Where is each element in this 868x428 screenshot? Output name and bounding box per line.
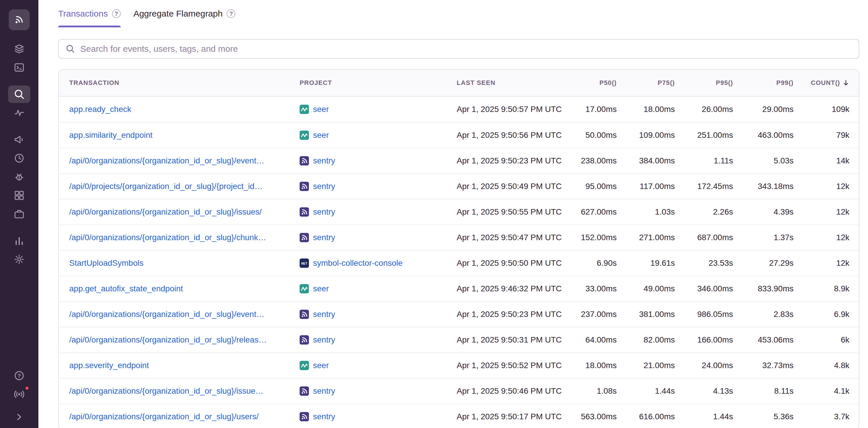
transaction-link[interactable]: /api/0/organizations/{organization_id_or…: [69, 207, 262, 217]
transaction-link[interactable]: /api/0/organizations/{organization_id_or…: [69, 310, 265, 319]
column-header-count[interactable]: COUNT(): [801, 79, 859, 87]
project-link[interactable]: seer: [313, 284, 329, 293]
p50-value: 6.90s: [565, 259, 624, 268]
search-bar[interactable]: [58, 39, 859, 59]
column-header-last-seen[interactable]: LAST SEEN: [457, 79, 565, 87]
table-row[interactable]: /api/0/projects/{organization_id_or_slug…: [59, 173, 859, 199]
project-link[interactable]: sentry: [313, 412, 335, 421]
count-value: 6k: [801, 335, 859, 344]
sidebar-item-alerts[interactable]: [8, 168, 30, 186]
table-row[interactable]: /api/0/organizations/{organization_id_or…: [59, 199, 859, 225]
transaction-link[interactable]: /api/0/organizations/{organization_id_or…: [69, 412, 258, 421]
sidebar-item-projects[interactable]: [8, 59, 30, 76]
count-value: 79k: [801, 131, 859, 140]
column-header-p99[interactable]: P99(): [740, 79, 801, 87]
table-row[interactable]: /api/0/organizations/{organization_id_or…: [59, 378, 859, 403]
tab-aggregate-flamegraph[interactable]: Aggregate Flamegraph ?: [133, 0, 236, 27]
project-link[interactable]: sentry: [313, 233, 335, 242]
p95-value: 4.13s: [682, 387, 740, 396]
project-link[interactable]: sentry: [313, 387, 335, 396]
seer-platform-icon: [300, 361, 309, 370]
table-row[interactable]: /api/0/organizations/{organization_id_or…: [59, 225, 859, 250]
sentry-logo[interactable]: [9, 9, 30, 30]
project-link[interactable]: symbol-collector-console: [313, 259, 403, 268]
table-row[interactable]: app.ready_check seer Apr 1, 2025 9:50:57…: [59, 97, 859, 122]
project-link[interactable]: seer: [313, 361, 329, 370]
p95-value: 986.05ms: [682, 310, 740, 319]
column-header-p95[interactable]: P95(): [682, 79, 740, 87]
column-header-p75[interactable]: P75(): [624, 79, 682, 87]
sidebar-item-explore[interactable]: [8, 86, 30, 103]
count-value: 12k: [801, 233, 859, 242]
transaction-link[interactable]: app.ready_check: [69, 105, 131, 114]
count-value: 3.7k: [801, 412, 859, 421]
p75-value: 381.00ms: [624, 310, 682, 319]
transactions-table: TRANSACTION PROJECT LAST SEEN P50() P75(…: [58, 69, 859, 428]
sidebar-item-insights[interactable]: [8, 187, 30, 204]
column-header-project[interactable]: PROJECT: [300, 79, 457, 87]
project-link[interactable]: sentry: [313, 182, 335, 191]
table-row[interactable]: /api/0/organizations/{organization_id_or…: [59, 403, 859, 428]
sentry-platform-icon: [300, 335, 309, 344]
project-link[interactable]: sentry: [313, 335, 335, 344]
p50-value: 563.00ms: [565, 412, 624, 421]
help-circle-icon[interactable]: ?: [112, 9, 121, 18]
p95-value: 166.00ms: [682, 335, 740, 344]
transaction-link[interactable]: app.get_autofix_state_endpoint: [69, 284, 183, 293]
sidebar-item-traces[interactable]: [8, 104, 30, 122]
briefcase-icon: [13, 208, 25, 220]
table-row[interactable]: /api/0/organizations/{organization_id_or…: [59, 301, 859, 327]
table-row[interactable]: app.get_autofix_state_endpoint seer Apr …: [59, 276, 859, 301]
sidebar-item-issues[interactable]: [8, 40, 30, 58]
project-link[interactable]: sentry: [313, 207, 335, 217]
sidebar-item-help[interactable]: ?: [8, 367, 30, 384]
project-link[interactable]: seer: [313, 105, 329, 114]
last-seen-value: Apr 1, 2025 9:50:23 PM UTC: [457, 310, 565, 319]
sentry-platform-icon: [300, 412, 309, 421]
last-seen-value: Apr 1, 2025 9:50:57 PM UTC: [457, 105, 565, 114]
table-row[interactable]: app.severity_endpoint seer Apr 1, 2025 9…: [59, 353, 859, 378]
transaction-link[interactable]: app.similarity_endpoint: [69, 131, 152, 140]
transaction-link[interactable]: /api/0/projects/{organization_id_or_slug…: [69, 182, 263, 191]
p75-value: 117.00ms: [624, 182, 682, 191]
sidebar-collapse-button[interactable]: [8, 408, 30, 426]
table-row[interactable]: /api/0/organizations/{organization_id_or…: [59, 148, 859, 173]
transaction-link[interactable]: /api/0/organizations/{organization_id_or…: [69, 387, 264, 396]
column-header-transaction[interactable]: TRANSACTION: [59, 79, 300, 87]
transaction-link[interactable]: app.severity_endpoint: [69, 361, 149, 370]
issues-icon: [13, 43, 25, 55]
transaction-link[interactable]: /api/0/organizations/{organization_id_or…: [69, 156, 265, 165]
p75-value: 1.44s: [624, 387, 682, 396]
table-row[interactable]: /api/0/organizations/{organization_id_or…: [59, 327, 859, 353]
p75-value: 109.00ms: [624, 131, 682, 140]
sidebar-item-whats-new[interactable]: [8, 386, 30, 403]
search-input[interactable]: [80, 44, 852, 54]
project-link[interactable]: sentry: [313, 156, 335, 165]
p95-value: 24.00ms: [682, 361, 740, 370]
transaction-link[interactable]: /api/0/organizations/{organization_id_or…: [69, 335, 267, 344]
traces-icon: [13, 107, 25, 119]
seer-platform-icon: [300, 284, 309, 293]
project-link[interactable]: sentry: [313, 310, 335, 319]
transaction-link[interactable]: StartUploadSymbols: [69, 259, 144, 268]
main-content: Transactions ? Aggregate Flamegraph ? TR…: [38, 0, 868, 428]
sidebar-group-main: [8, 40, 30, 76]
help-circle-icon[interactable]: ?: [226, 9, 235, 18]
table-row[interactable]: StartUploadSymbols symbol-collector-cons…: [59, 250, 859, 276]
column-header-p50[interactable]: P50(): [565, 79, 624, 87]
last-seen-value: Apr 1, 2025 9:50:49 PM UTC: [457, 182, 565, 191]
count-value: 4.8k: [801, 361, 859, 370]
p50-value: 33.00ms: [565, 284, 624, 293]
sidebar-item-replays[interactable]: [8, 150, 30, 167]
table-header: TRANSACTION PROJECT LAST SEEN P50() P75(…: [59, 70, 859, 97]
sidebar-item-settings[interactable]: [8, 251, 30, 268]
p50-value: 64.00ms: [565, 335, 624, 344]
sidebar-item-stats[interactable]: [8, 232, 30, 250]
table-row[interactable]: app.similarity_endpoint seer Apr 1, 2025…: [59, 122, 859, 148]
sidebar-item-releases[interactable]: [8, 205, 30, 223]
sidebar-item-feedback[interactable]: [8, 131, 30, 148]
p50-value: 152.00ms: [565, 233, 624, 242]
tab-transactions[interactable]: Transactions ?: [58, 0, 121, 27]
project-link[interactable]: seer: [313, 131, 329, 140]
transaction-link[interactable]: /api/0/organizations/{organization_id_or…: [69, 233, 266, 242]
